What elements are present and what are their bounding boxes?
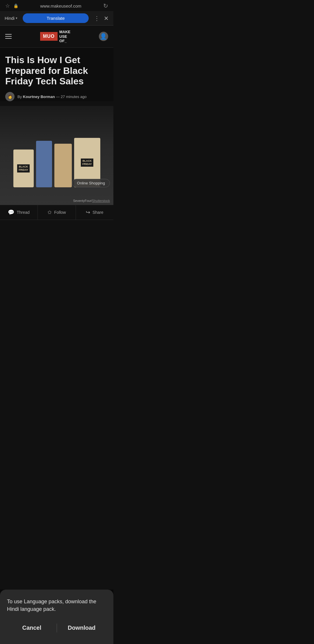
author-avatar: 👩 xyxy=(5,92,15,101)
share-icon: ↪ xyxy=(86,209,90,216)
article-meta: 👩 By Kourtney Borman — 27 minutes ago xyxy=(5,92,108,101)
language-selector[interactable]: Hindi ▾ xyxy=(5,16,17,21)
logo-text: MAKE USE OF_ xyxy=(59,30,70,43)
user-icon: 👤 xyxy=(100,33,107,40)
online-shopping-badge[interactable]: Online Shopping xyxy=(72,179,110,187)
follow-icon: ✩ xyxy=(47,209,52,216)
follow-button[interactable]: ✩ Follow xyxy=(38,205,76,220)
follow-label: Follow xyxy=(54,210,66,215)
profile-button[interactable]: 👤 xyxy=(99,32,108,41)
thread-label: Thread xyxy=(17,210,29,215)
chevron-down-icon: ▾ xyxy=(16,16,17,20)
logo-muo: MUO xyxy=(40,32,58,41)
translate-button[interactable]: Translate xyxy=(23,13,89,23)
site-logo[interactable]: MUO MAKE USE OF_ xyxy=(40,30,71,43)
thread-icon: 💬 xyxy=(8,209,14,216)
article-title: This Is How I Get Prepared for Black Fri… xyxy=(5,55,108,87)
article-section: This Is How I Get Prepared for Black Fri… xyxy=(0,48,113,101)
menu-button[interactable] xyxy=(5,34,12,39)
share-label: Share xyxy=(92,210,103,215)
hero-image: BLACKFRIDAY BLACKFRIDAY SeventyFour/Shut… xyxy=(0,106,113,205)
reload-icon[interactable]: ↻ xyxy=(103,2,108,9)
article-actions-bar: 💬 Thread ✩ Follow ↪ Share xyxy=(0,205,113,220)
lock-icon: 🔒 xyxy=(13,3,18,8)
language-label: Hindi xyxy=(5,16,15,21)
thread-button[interactable]: 💬 Thread xyxy=(0,205,38,220)
more-icon[interactable]: ⋮ xyxy=(94,15,100,22)
status-bar: ☆ 🔒 www.makeuseof.com ↻ xyxy=(0,0,113,11)
share-button[interactable]: ↪ Share xyxy=(76,205,113,220)
site-header: MUO MAKE USE OF_ 👤 xyxy=(0,26,113,48)
image-credit: SeventyFour/Shutterstock xyxy=(73,199,110,202)
bag-1: BLACKFRIDAY xyxy=(13,150,34,187)
url-text[interactable]: www.makeuseof.com xyxy=(18,3,103,8)
bag-3 xyxy=(54,144,72,187)
close-icon[interactable]: ✕ xyxy=(104,15,109,22)
shutterstock-link[interactable]: Shutterstock xyxy=(92,199,110,202)
bookmark-icon: ☆ xyxy=(5,3,10,9)
article-meta-text: By Kourtney Borman — 27 minutes ago xyxy=(17,95,87,99)
translate-bar: Hindi ▾ Translate ⋮ ✕ xyxy=(0,11,113,26)
bag-2 xyxy=(36,141,52,187)
